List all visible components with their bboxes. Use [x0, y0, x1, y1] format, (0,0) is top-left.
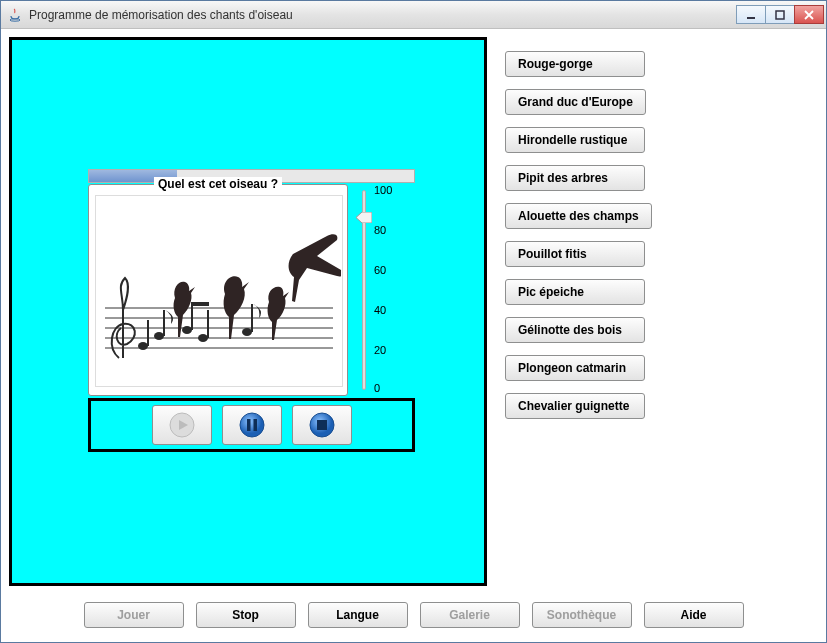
svg-point-17 — [242, 328, 252, 336]
bird-option-5[interactable]: Pouillot fitis — [505, 241, 645, 267]
volume-slider[interactable]: 100 80 60 40 20 0 — [352, 184, 415, 396]
play-global-button[interactable]: Jouer — [84, 602, 184, 628]
stop-media-button[interactable] — [292, 405, 352, 445]
svg-rect-11 — [163, 310, 165, 336]
slider-thumb-icon[interactable] — [356, 212, 372, 223]
java-icon — [7, 7, 23, 23]
bird-option-1[interactable]: Grand duc d'Europe — [505, 89, 646, 115]
svg-point-0 — [10, 18, 20, 20]
bird-option-7[interactable]: Gélinotte des bois — [505, 317, 645, 343]
bird-option-2[interactable]: Hirondelle rustique — [505, 127, 645, 153]
language-button[interactable]: Langue — [308, 602, 408, 628]
quiz-panel: Quel est cet oiseau ? — [9, 37, 487, 586]
play-button[interactable] — [152, 405, 212, 445]
close-button[interactable] — [794, 5, 824, 24]
svg-rect-18 — [251, 304, 253, 332]
window-title: Programme de mémorisation des chants d'o… — [29, 8, 737, 22]
svg-rect-24 — [317, 420, 327, 430]
maximize-button[interactable] — [765, 5, 795, 24]
quiz-legend: Quel est cet oiseau ? — [154, 177, 282, 191]
svg-point-20 — [240, 413, 264, 437]
soundlib-button[interactable]: Sonothèque — [532, 602, 632, 628]
svg-rect-2 — [776, 11, 784, 19]
svg-rect-13 — [191, 302, 193, 330]
svg-rect-9 — [147, 320, 149, 346]
bird-option-6[interactable]: Pic épeiche — [505, 279, 645, 305]
svg-point-8 — [138, 342, 148, 350]
svg-point-10 — [154, 332, 164, 340]
svg-rect-1 — [747, 17, 755, 19]
bird-option-9[interactable]: Chevalier guignette — [505, 393, 645, 419]
stop-global-button[interactable]: Stop — [196, 602, 296, 628]
bottom-bar: Jouer Stop Langue Galerie Sonothèque Aid… — [9, 586, 818, 634]
media-controls — [88, 398, 415, 452]
svg-rect-16 — [191, 302, 209, 306]
bird-option-8[interactable]: Plongeon catmarin — [505, 355, 645, 381]
help-button[interactable]: Aide — [644, 602, 744, 628]
bird-choices: Rouge-gorge Grand duc d'Europe Hirondell… — [505, 37, 818, 586]
volume-ticks: 100 80 60 40 20 0 — [374, 184, 414, 396]
client-area: Quel est cet oiseau ? — [1, 29, 826, 642]
svg-rect-22 — [253, 419, 257, 431]
bird-option-4[interactable]: Alouette des champs — [505, 203, 652, 229]
gallery-button[interactable]: Galerie — [420, 602, 520, 628]
bird-option-0[interactable]: Rouge-gorge — [505, 51, 645, 77]
bird-option-3[interactable]: Pipit des arbres — [505, 165, 645, 191]
pause-button[interactable] — [222, 405, 282, 445]
titlebar: Programme de mémorisation des chants d'o… — [1, 1, 826, 29]
minimize-button[interactable] — [736, 5, 766, 24]
svg-point-14 — [198, 334, 208, 342]
quiz-frame: Quel est cet oiseau ? — [88, 184, 348, 396]
quiz-image — [95, 195, 343, 387]
svg-rect-15 — [207, 310, 209, 338]
app-window: Programme de mémorisation des chants d'o… — [0, 0, 827, 643]
svg-rect-21 — [247, 419, 251, 431]
svg-point-12 — [182, 326, 192, 334]
